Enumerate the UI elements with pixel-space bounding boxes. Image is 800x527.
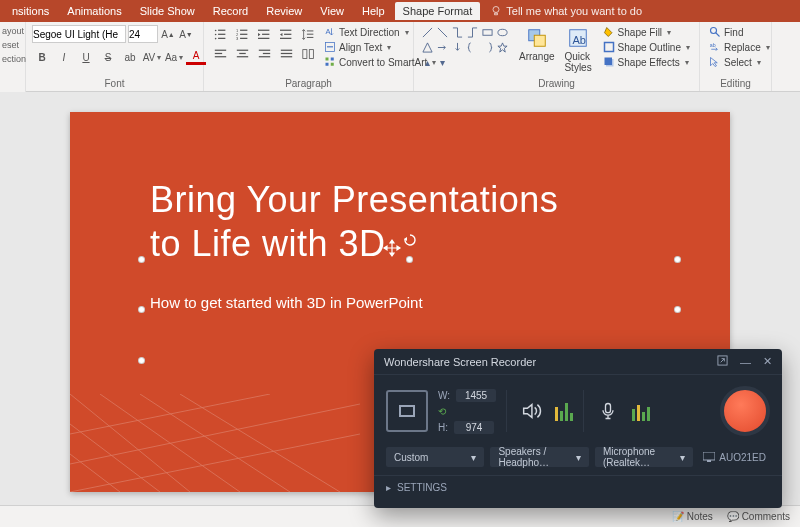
underline-button[interactable]: U: [76, 48, 96, 66]
tab-nsitions[interactable]: nsitions: [4, 2, 57, 20]
shape-connector-icon[interactable]: [450, 25, 464, 39]
font-size-select[interactable]: [128, 25, 158, 43]
bullets-button[interactable]: [210, 25, 230, 43]
numbering-button[interactable]: 123: [232, 25, 252, 43]
tab-view[interactable]: View: [312, 2, 352, 20]
shape-star-icon[interactable]: [495, 40, 509, 54]
arrange-button[interactable]: Arrange: [517, 25, 557, 64]
shape-triangle-icon[interactable]: [420, 40, 434, 54]
svg-rect-24: [214, 49, 225, 50]
svg-point-1: [214, 29, 216, 31]
svg-rect-43: [326, 63, 329, 66]
screen-recorder-window[interactable]: Wondershare Screen Recorder — ✕ W:1455 ⟲…: [374, 349, 782, 508]
settings-toggle[interactable]: ▸SETTINGS: [374, 475, 782, 499]
font-color-button[interactable]: A: [186, 50, 206, 65]
speakers-select[interactable]: Speakers / Headpho…▾: [490, 447, 588, 467]
svg-text:A: A: [326, 27, 331, 36]
svg-rect-41: [326, 58, 329, 61]
shape-arrowd-icon[interactable]: [450, 40, 464, 54]
decrease-indent-button[interactable]: [254, 25, 274, 43]
shape-outline-button[interactable]: Shape Outline▾: [600, 40, 693, 54]
svg-rect-6: [218, 37, 225, 38]
justify-button[interactable]: [276, 45, 296, 63]
shadow-button[interactable]: ab: [120, 48, 140, 66]
columns-button[interactable]: [298, 45, 318, 63]
minimize-icon[interactable]: —: [740, 356, 751, 368]
resize-handle[interactable]: [138, 256, 145, 263]
change-case-button[interactable]: Aa▾: [164, 48, 184, 66]
selection-box[interactable]: [142, 260, 677, 360]
shape-scroll-down-icon[interactable]: ▾: [435, 55, 449, 69]
capture-width-input[interactable]: 1455: [456, 389, 496, 402]
microphone-button[interactable]: [594, 397, 622, 425]
system-audio-button[interactable]: [517, 397, 545, 425]
find-button[interactable]: Find: [706, 25, 773, 39]
comments-button[interactable]: 💬 Comments: [727, 511, 790, 522]
svg-rect-13: [258, 29, 269, 30]
tab-animations[interactable]: Animations: [59, 2, 129, 20]
shape-line2-icon[interactable]: [435, 25, 449, 39]
tell-me-search[interactable]: Tell me what you want to do: [490, 5, 642, 17]
shape-connector2-icon[interactable]: [465, 25, 479, 39]
quick-styles-button[interactable]: Ab Quick Styles: [560, 25, 597, 75]
increase-indent-button[interactable]: [276, 25, 296, 43]
svg-marker-14: [258, 32, 260, 35]
resize-handle[interactable]: [138, 306, 145, 313]
select-button[interactable]: Select▾: [706, 55, 773, 69]
microphone-select[interactable]: Microphone (Realtek…▾: [595, 447, 693, 467]
tab-slide-show[interactable]: Slide Show: [132, 2, 203, 20]
shape-effects-button[interactable]: Shape Effects▾: [600, 55, 693, 69]
shape-fill-button[interactable]: Shape Fill▾: [600, 25, 693, 39]
char-spacing-button[interactable]: AV▾: [142, 48, 162, 66]
shape-line-icon[interactable]: [420, 25, 434, 39]
svg-rect-55: [604, 43, 613, 52]
italic-button[interactable]: I: [54, 48, 74, 66]
decrease-font-icon[interactable]: A▼: [178, 26, 194, 42]
svg-rect-65: [703, 452, 715, 460]
font-family-select[interactable]: [32, 25, 126, 43]
tab-review[interactable]: Review: [258, 2, 310, 20]
shape-scroll-up-icon[interactable]: ▴: [420, 55, 434, 69]
shapes-gallery[interactable]: ▴ ▾: [420, 25, 514, 69]
bold-button[interactable]: B: [32, 48, 52, 66]
ribbon-tabs: nsitionsAnimationsSlide ShowRecordReview…: [0, 0, 800, 22]
shape-brace-icon[interactable]: [465, 40, 479, 54]
tab-help[interactable]: Help: [354, 2, 393, 20]
monitor-select[interactable]: AUO21ED: [699, 452, 770, 463]
resize-handle[interactable]: [674, 256, 681, 263]
height-label: H:: [438, 422, 448, 433]
drawing-group-label: Drawing: [420, 78, 693, 91]
svg-rect-19: [284, 33, 291, 34]
lightbulb-icon: [490, 5, 502, 17]
capture-height-input[interactable]: 974: [454, 421, 494, 434]
replace-button[interactable]: abReplace▾: [706, 40, 773, 54]
tab-record[interactable]: Record: [205, 2, 256, 20]
svg-line-46: [437, 27, 446, 36]
close-icon[interactable]: ✕: [763, 355, 772, 368]
line-spacing-button[interactable]: [298, 25, 318, 43]
popout-icon[interactable]: [717, 355, 728, 368]
capture-mode-select[interactable]: Custom▾: [386, 447, 484, 467]
record-button[interactable]: [720, 386, 770, 436]
increase-font-icon[interactable]: A▲: [160, 26, 176, 42]
svg-rect-35: [280, 56, 291, 57]
align-left-button[interactable]: [210, 45, 230, 63]
shape-arrowr-icon[interactable]: [435, 40, 449, 54]
svg-point-48: [497, 29, 506, 35]
notes-button[interactable]: 📝 Notes: [672, 511, 713, 522]
align-center-button[interactable]: [232, 45, 252, 63]
rotate-handle-icon[interactable]: [404, 234, 416, 246]
lock-aspect-icon[interactable]: ⟲: [438, 406, 446, 417]
shape-rect-icon[interactable]: [480, 25, 494, 39]
resize-handle[interactable]: [138, 357, 145, 364]
svg-rect-64: [606, 404, 611, 413]
capture-area-button[interactable]: [386, 390, 428, 432]
strike-button[interactable]: S: [98, 48, 118, 66]
tab-shape-format[interactable]: Shape Format: [395, 2, 481, 20]
resize-handle[interactable]: [674, 306, 681, 313]
shape-oval-icon[interactable]: [495, 25, 509, 39]
align-right-button[interactable]: [254, 45, 274, 63]
svg-rect-4: [218, 33, 225, 34]
shape-brace2-icon[interactable]: [480, 40, 494, 54]
resize-handle[interactable]: [406, 256, 413, 263]
